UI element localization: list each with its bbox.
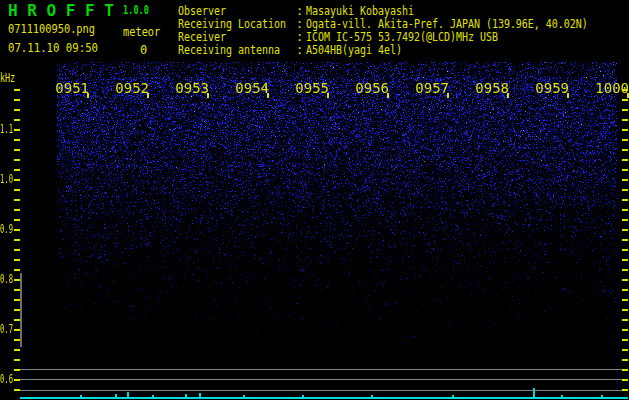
time-label: 0957 [409,80,449,96]
freq-tick-right [622,219,628,221]
freq-tick-left [14,349,20,351]
freq-tick-left [14,199,20,201]
station-row-label: Receiver [178,30,226,44]
time-label: 0956 [349,80,389,96]
signal-spike [185,394,187,397]
freq-tick-right [622,209,628,211]
freq-tick-right [622,229,628,231]
freq-label: 0.6 [0,372,13,386]
freq-tick-left [14,269,20,271]
meteor-count: 0 [140,43,147,57]
freq-tick-right [622,169,628,171]
freq-tick-right [622,269,628,271]
time-tick [567,93,569,98]
time-tick [387,93,389,98]
freq-tick-right [622,249,628,251]
time-tick [147,93,149,98]
freq-tick-right [622,359,628,361]
signal-spike [371,395,373,397]
freq-tick-right [622,339,628,341]
signal-spike [127,392,129,397]
datetime-label: 07.11.10 09:50 [8,41,98,55]
freq-tick-left [14,359,20,361]
signal-level-trace [20,397,628,399]
freq-tick-left [14,99,20,101]
freq-tick-right [622,199,628,201]
freq-tick-left [14,209,20,211]
time-label: 0955 [289,80,329,96]
station-row-value: Ogata-vill. Akita-Pref. JAPAN (139.96E, … [306,17,588,31]
station-row-label: Receiving antenna [178,43,280,57]
freq-label: 0.9 [0,222,13,236]
freq-tick-right [622,289,628,291]
time-label: 1000 [589,80,629,96]
freq-tick-right [622,139,628,141]
freq-tick-right [622,159,628,161]
freq-tick-left [14,229,20,231]
time-tick [507,93,509,98]
time-label: 0954 [229,80,269,96]
freq-tick-right [622,279,628,281]
freq-label: 1.1 [0,122,13,136]
freq-tick-left [14,169,20,171]
freq-tick-left [14,159,20,161]
freq-tick-right [622,189,628,191]
time-label: 0952 [109,80,149,96]
station-row-value: ICOM IC-575 53.7492(@LCD)MHz USB [306,30,498,44]
freq-label: 0.8 [0,272,13,286]
freq-tick-right [622,119,628,121]
time-label: 0953 [169,80,209,96]
freq-tick-right [622,349,628,351]
app-title: H R O F F T [8,1,114,20]
freq-tick-right [622,129,628,131]
signal-spike [452,395,454,397]
freq-tick-left [14,239,20,241]
signal-spike [199,393,201,397]
freq-tick-right [622,369,628,371]
freq-tick-left [14,139,20,141]
time-tick [267,93,269,98]
station-row-separator: : [296,30,303,44]
freq-tick-left [14,219,20,221]
signal-spike [80,395,82,397]
signal-spike [243,395,245,397]
freq-tick-right [622,389,628,391]
freq-tick-right [622,179,628,181]
time-tick [87,93,89,98]
station-row-separator: : [296,43,303,57]
freq-tick-right [622,239,628,241]
freq-tick-right [622,329,628,331]
level-grid-line [20,379,622,380]
signal-spike [302,395,304,397]
time-tick [207,93,209,98]
freq-tick-right [622,259,628,261]
level-grid-line [20,390,622,391]
freq-tick-right [622,379,628,381]
freq-tick-right [622,99,628,101]
freq-tick-left [14,249,20,251]
signal-spike [533,388,535,397]
freq-tick-left [14,129,20,131]
freq-tick-right [622,149,628,151]
freq-tick-left [14,149,20,151]
freq-label: 1.0 [0,172,13,186]
hrofft-window: H R O F F T 1.0.0 0711100950.png meteor … [0,0,629,400]
mode-label: meteor [123,25,160,39]
freq-tick-right [622,109,628,111]
signal-spike [115,394,117,397]
station-row-label: Receiving Location [178,17,286,31]
freq-tick-left [14,109,20,111]
station-row-separator: : [296,4,303,18]
freq-tick-left [14,189,20,191]
freq-tick-left [14,179,20,181]
time-tick [327,93,329,98]
signal-spike [601,395,603,397]
freq-tick-left [14,259,20,261]
freq-tick-left [14,119,20,121]
signal-spike [561,395,563,397]
station-row-value: A504HB(yagi 4el) [306,43,402,57]
station-row-separator: : [296,17,303,31]
freq-tick-right [622,299,628,301]
spectrogram [57,62,617,362]
app-version: 1.0.0 [123,3,149,17]
